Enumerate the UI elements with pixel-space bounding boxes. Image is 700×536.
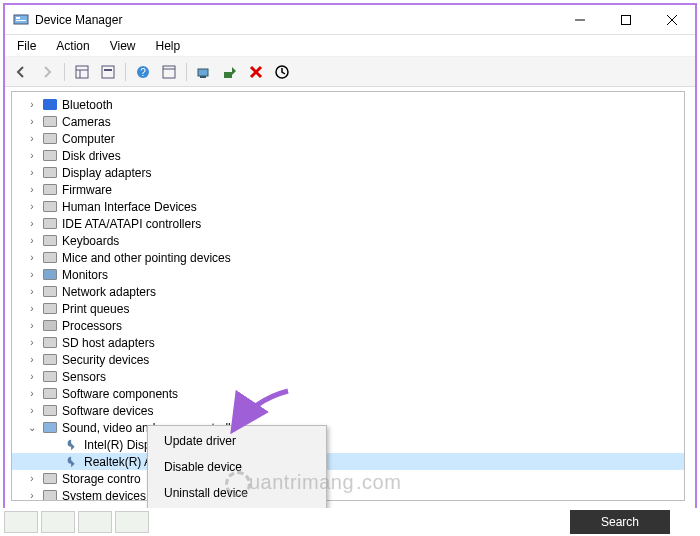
tree-node-label: Computer (62, 132, 115, 146)
tree-node[interactable]: ›Cameras (12, 113, 684, 130)
tree-node-label: Security devices (62, 353, 149, 367)
tree-node-label: Cameras (62, 115, 111, 129)
chevron-right-icon[interactable]: › (26, 473, 38, 484)
chevron-right-icon[interactable]: › (26, 116, 38, 127)
svg-rect-10 (102, 66, 114, 78)
toolbar: ? (5, 57, 695, 87)
svg-rect-18 (224, 72, 232, 78)
tree-node[interactable]: ›Processors (12, 317, 684, 334)
storage-icon (42, 471, 58, 487)
sound-icon (42, 420, 58, 436)
disable-button[interactable] (270, 60, 294, 84)
tree-node[interactable]: ›Software components (12, 385, 684, 402)
svg-rect-2 (16, 20, 26, 21)
network-icon (42, 284, 58, 300)
chevron-right-icon[interactable]: › (26, 235, 38, 246)
mouse-icon (42, 250, 58, 266)
forward-button[interactable] (35, 60, 59, 84)
tree-node[interactable]: ›Computer (12, 130, 684, 147)
tree-node[interactable]: ›Display adapters (12, 164, 684, 181)
thumbnail[interactable] (78, 511, 112, 533)
close-button[interactable] (649, 5, 695, 35)
context-menu-item[interactable]: Update driver (150, 428, 324, 454)
chevron-right-icon[interactable]: › (26, 184, 38, 195)
device-tree[interactable]: ›Bluetooth›Cameras›Computer›Disk drives›… (11, 91, 685, 501)
menu-help[interactable]: Help (148, 37, 189, 55)
tree-node[interactable]: ›IDE ATA/ATAPI controllers (12, 215, 684, 232)
tree-node[interactable]: ›Firmware (12, 181, 684, 198)
chevron-right-icon[interactable]: › (26, 269, 38, 280)
tree-node[interactable]: ›Print queues (12, 300, 684, 317)
help-button[interactable]: ? (131, 60, 155, 84)
chevron-right-icon[interactable]: › (26, 354, 38, 365)
menu-action[interactable]: Action (48, 37, 97, 55)
tree-node[interactable]: ›Disk drives (12, 147, 684, 164)
svg-rect-16 (198, 69, 208, 76)
chevron-right-icon[interactable]: › (26, 303, 38, 314)
tree-node-label: Software components (62, 387, 178, 401)
properties-button[interactable] (96, 60, 120, 84)
chevron-right-icon[interactable]: › (26, 99, 38, 110)
tree-node[interactable]: ›Network adapters (12, 283, 684, 300)
toolbar-sep (125, 63, 126, 81)
menu-view[interactable]: View (102, 37, 144, 55)
chevron-right-icon[interactable]: › (26, 286, 38, 297)
chevron-right-icon[interactable]: › (26, 405, 38, 416)
update-driver-button[interactable] (218, 60, 242, 84)
tree-node-label: SD host adapters (62, 336, 155, 350)
tree-node-label: Storage contro (62, 472, 141, 486)
tree-node[interactable]: Realtek(R) A (12, 453, 684, 470)
chevron-right-icon[interactable]: › (26, 167, 38, 178)
chevron-right-icon[interactable]: › (26, 150, 38, 161)
chevron-right-icon[interactable]: › (26, 337, 38, 348)
tree-node-label: Software devices (62, 404, 153, 418)
chevron-right-icon[interactable]: › (26, 371, 38, 382)
search-button[interactable]: Search (570, 510, 670, 534)
menu-file[interactable]: File (9, 37, 44, 55)
context-menu-item[interactable]: Uninstall device (150, 480, 324, 506)
tree-node-label: System devices (62, 489, 146, 502)
hid-icon (42, 199, 58, 215)
tree-node[interactable]: ›Human Interface Devices (12, 198, 684, 215)
computer-icon (42, 131, 58, 147)
tree-node[interactable]: ›Keyboards (12, 232, 684, 249)
scan-hardware-button[interactable] (192, 60, 216, 84)
context-menu-item[interactable]: Disable device (150, 454, 324, 480)
tree-node-label: Network adapters (62, 285, 156, 299)
minimize-button[interactable] (557, 5, 603, 35)
chevron-right-icon[interactable]: › (26, 490, 38, 501)
action-button[interactable] (157, 60, 181, 84)
back-button[interactable] (9, 60, 33, 84)
chevron-right-icon[interactable]: › (26, 218, 38, 229)
tree-node[interactable]: ›System devices (12, 487, 684, 501)
tree-node-label: Keyboards (62, 234, 119, 248)
thumbnail[interactable] (4, 511, 38, 533)
tree-node[interactable]: ›Security devices (12, 351, 684, 368)
tree-node-label: Print queues (62, 302, 129, 316)
chevron-right-icon[interactable]: › (26, 320, 38, 331)
svg-rect-11 (104, 69, 112, 71)
show-hide-tree-button[interactable] (70, 60, 94, 84)
tree-node[interactable]: ›Bluetooth (12, 96, 684, 113)
chevron-right-icon[interactable]: › (26, 201, 38, 212)
chevron-right-icon[interactable]: › (26, 252, 38, 263)
speaker-icon (64, 437, 80, 453)
tree-node[interactable]: ›Software devices (12, 402, 684, 419)
tree-node[interactable]: ⌄Sound, video and game controllers (12, 419, 684, 436)
thumbnail[interactable] (41, 511, 75, 533)
tree-node-label: Bluetooth (62, 98, 113, 112)
tree-node[interactable]: ›Sensors (12, 368, 684, 385)
chevron-down-icon[interactable]: ⌄ (26, 422, 38, 433)
thumbnail[interactable] (115, 511, 149, 533)
toolbar-sep (64, 63, 65, 81)
tree-node[interactable]: ›Monitors (12, 266, 684, 283)
uninstall-button[interactable] (244, 60, 268, 84)
tree-node[interactable]: ›Storage contro (12, 470, 684, 487)
chevron-right-icon[interactable]: › (26, 133, 38, 144)
tree-node[interactable]: Intel(R) Display Audio (12, 436, 684, 453)
tree-node[interactable]: ›SD host adapters (12, 334, 684, 351)
tree-node-label: Disk drives (62, 149, 121, 163)
maximize-button[interactable] (603, 5, 649, 35)
tree-node[interactable]: ›Mice and other pointing devices (12, 249, 684, 266)
chevron-right-icon[interactable]: › (26, 388, 38, 399)
